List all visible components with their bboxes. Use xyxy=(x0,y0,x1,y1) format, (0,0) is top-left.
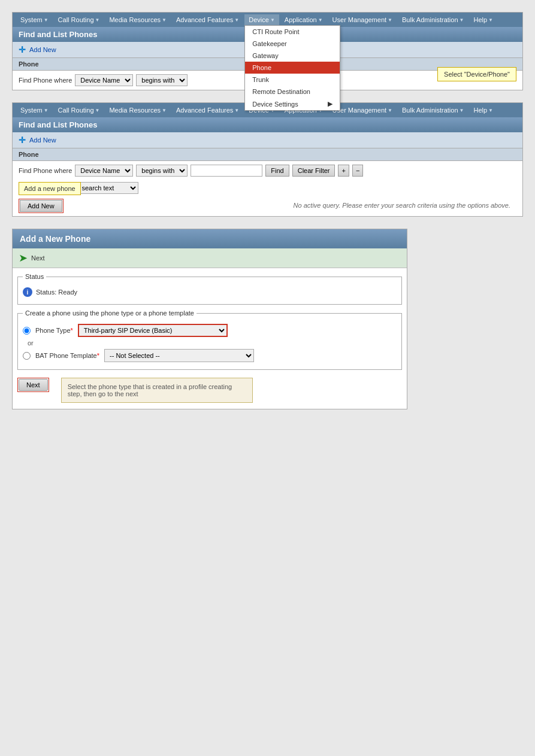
device-dropdown-menu: CTI Route Point Gatekeeper Gateway Phone… xyxy=(244,25,340,111)
phone-header-2: Phone xyxy=(13,148,522,161)
nav-application-1[interactable]: Application▼ xyxy=(280,14,327,25)
menu-phone[interactable]: Phone xyxy=(245,62,340,74)
no-query-msg: No active query. Please enter your searc… xyxy=(75,199,516,212)
find-button-2[interactable]: Find xyxy=(265,165,289,177)
find-condition-select-2[interactable]: begins with xyxy=(136,165,188,177)
create-phone-legend: Create a phone using the phone type or a… xyxy=(23,309,197,317)
nav-media-2[interactable]: Media Resources▼ xyxy=(105,105,171,116)
next-action-button[interactable]: Next xyxy=(19,379,48,391)
status-text: Status: Ready xyxy=(36,289,77,296)
nav-system-2[interactable]: System▼ xyxy=(16,105,53,116)
next-btn-label-top: Next xyxy=(31,254,45,262)
add-row-icon-btn[interactable]: + xyxy=(338,165,349,177)
select-device-callout: Select "Device/Phone" xyxy=(437,67,516,81)
menu-cti-route-point[interactable]: CTI Route Point xyxy=(245,26,340,38)
find-label-1: Find Phone where xyxy=(19,77,72,84)
phone-type-row: Phone Type* Third-party SIP Device (Basi… xyxy=(23,321,397,339)
nav-media-1[interactable]: Media Resources▼ xyxy=(105,14,171,25)
menu-remote-destination[interactable]: Remote Destination xyxy=(245,86,340,98)
section3-panel: Add a New Phone ➤ Next Status i Status: … xyxy=(12,229,407,409)
remove-row-icon-btn[interactable]: − xyxy=(352,165,363,177)
nav-device-1[interactable]: Device▼ xyxy=(244,14,279,25)
device-dropdown-container: Device▼ CTI Route Point Gatekeeper Gatew… xyxy=(244,14,279,25)
next-btn-row-top: ➤ Next xyxy=(13,248,407,268)
nav-bar-1: System▼ Call Routing▼ Media Resources▼ A… xyxy=(13,13,522,27)
menu-trunk[interactable]: Trunk xyxy=(245,74,340,86)
nav-user-mgmt-1[interactable]: User Management▼ xyxy=(328,14,397,25)
nav-bulk-admin-2[interactable]: Bulk Administration▼ xyxy=(398,105,468,116)
clear-filter-button-2[interactable]: Clear Filter xyxy=(292,165,335,177)
nav-system-1[interactable]: System▼ xyxy=(16,14,53,25)
find-text-input-2[interactable] xyxy=(191,165,262,177)
status-fieldset: Status i Status: Ready xyxy=(17,273,402,305)
phone-type-radio[interactable] xyxy=(23,327,31,335)
create-phone-fieldset: Create a phone using the phone type or a… xyxy=(17,309,402,370)
nav-bulk-admin-1[interactable]: Bulk Administration▼ xyxy=(398,14,468,25)
instruction-box: Select the phone type that is created in… xyxy=(61,378,253,403)
add-new-btn-1[interactable]: Add New xyxy=(29,46,56,53)
add-new-btn-2[interactable]: Add New xyxy=(29,136,56,144)
add-new-plus-icon-2: ✛ xyxy=(19,135,26,145)
add-new-callout: Add a new phone xyxy=(19,182,81,195)
bat-template-row: BAT Phone Template* -- Not Selected -- xyxy=(23,347,397,365)
find-label-2: Find Phone where xyxy=(19,167,72,174)
section2-title: Find and List Phones xyxy=(13,117,522,132)
nav-advanced-2[interactable]: Advanced Features▼ xyxy=(172,105,243,116)
menu-gatekeeper[interactable]: Gatekeeper xyxy=(245,38,340,50)
add-new-plus-icon-1: ✛ xyxy=(19,45,26,54)
menu-device-settings[interactable]: Device Settings▶ xyxy=(245,98,340,110)
bat-template-radio[interactable] xyxy=(23,352,31,360)
nav-help-1[interactable]: Help▼ xyxy=(469,14,497,25)
nav-call-routing-2[interactable]: Call Routing▼ xyxy=(54,105,104,116)
find-condition-select-1[interactable]: begins with xyxy=(136,74,188,86)
find-row-2: Find Phone where Device Name begins with… xyxy=(13,161,522,180)
nav-call-routing-1[interactable]: Call Routing▼ xyxy=(54,14,104,25)
phone-type-label: Phone Type* xyxy=(35,327,73,334)
info-icon: i xyxy=(23,287,32,297)
bat-template-label: BAT Phone Template* xyxy=(35,352,99,359)
bat-template-select[interactable]: -- Not Selected -- xyxy=(104,349,254,362)
status-row: i Status: Ready xyxy=(23,285,397,299)
find-field-select-1[interactable]: Device Name xyxy=(75,74,133,86)
status-legend: Status xyxy=(23,273,46,280)
or-label: or xyxy=(23,339,397,347)
find-field-select-2[interactable]: Device Name xyxy=(75,165,133,177)
select-item-row: Select item or enter search text xyxy=(13,180,522,196)
nav-advanced-1[interactable]: Advanced Features▼ xyxy=(172,14,243,25)
green-arrow-icon: ➤ xyxy=(19,251,28,265)
section2-toolbar: ✛ Add New xyxy=(13,132,522,148)
add-new-action-btn[interactable]: Add New xyxy=(20,200,62,212)
menu-gateway[interactable]: Gateway xyxy=(245,50,340,62)
section2-panel: System▼ Call Routing▼ Media Resources▼ A… xyxy=(12,102,523,217)
nav-help-2[interactable]: Help▼ xyxy=(469,105,497,116)
add-phone-title: Add a New Phone xyxy=(13,229,407,248)
phone-type-select[interactable]: Third-party SIP Device (Basic) xyxy=(78,324,228,337)
